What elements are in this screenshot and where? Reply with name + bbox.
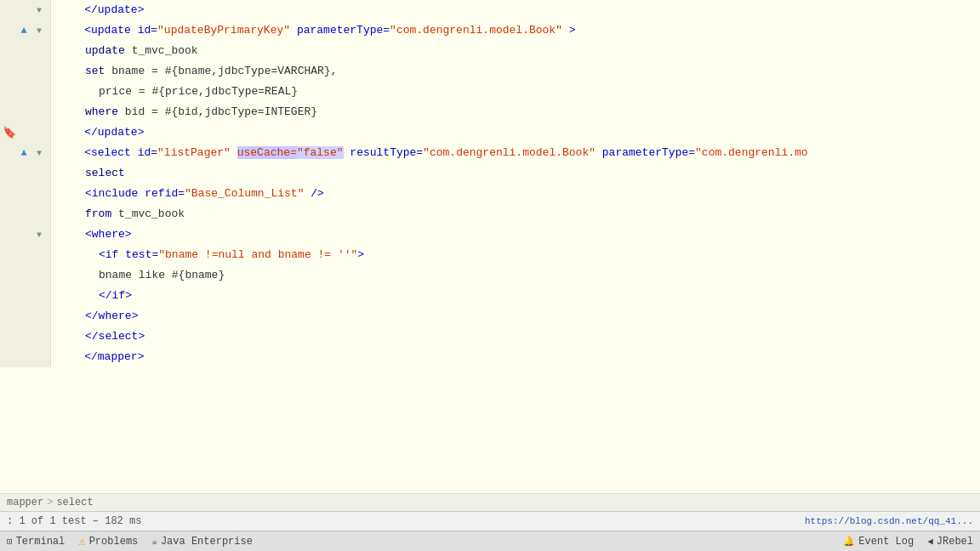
code-line: ▲▼ <select id="listPager" useCache="fals… (0, 143, 980, 163)
tab-jrebel[interactable]: ◀ JRebel (927, 536, 973, 548)
line-content: </update> (51, 122, 980, 143)
collapse-up-arrow[interactable]: ▲ (17, 146, 31, 160)
line-content: <include refid="Base_Column_List" /> (51, 184, 980, 204)
collapse-up-arrow[interactable] (17, 105, 31, 119)
collapse-down-arrow[interactable] (32, 167, 46, 180)
bookmark-icon: 🔖 (3, 126, 16, 139)
collapse-down-arrow[interactable] (32, 248, 46, 262)
line-gutter (0, 61, 51, 82)
collapse-down-arrow[interactable] (32, 44, 46, 58)
code-editor: ▼ </update>▲▼ <update id="updateByPrimar… (0, 0, 980, 493)
breakpoint-area: 🔖 (3, 126, 15, 139)
line-content: bname like #{bname} (51, 265, 980, 286)
collapse-down-arrow[interactable] (32, 105, 46, 119)
collapse-down-arrow[interactable] (32, 330, 46, 344)
collapse-up-arrow[interactable] (17, 85, 31, 99)
collapse-down-arrow[interactable]: ▼ (32, 3, 46, 17)
bottom-tabs-bar: ⊡ Terminal ⚠ Problems ☕ Java Enterprise … (0, 531, 980, 551)
code-line: <include refid="Base_Column_List" /> (0, 184, 980, 204)
line-gutter: ▼ (0, 224, 51, 245)
collapse-up-arrow[interactable] (17, 3, 31, 17)
collapse-down-arrow[interactable] (32, 269, 46, 282)
collapse-down-arrow[interactable] (32, 289, 46, 303)
jrebel-label: JRebel (937, 536, 973, 548)
collapse-down-arrow[interactable]: ▼ (32, 24, 46, 37)
collapse-down-arrow[interactable] (32, 310, 46, 323)
breadcrumb-mapper: mapper (7, 497, 43, 508)
collapse-up-arrow[interactable] (17, 65, 31, 78)
problems-label: Problems (89, 536, 139, 548)
breadcrumb-select: select (56, 497, 93, 508)
line-gutter: 🔖 (0, 122, 51, 143)
line-content: </if> (51, 286, 980, 306)
line-gutter (0, 184, 51, 204)
code-lines: ▼ </update>▲▼ <update id="updateByPrimar… (0, 0, 980, 493)
code-line: ▲▼ <update id="updateByPrimaryKey" param… (0, 20, 980, 41)
collapse-down-arrow[interactable] (32, 85, 46, 99)
tab-problems[interactable]: ⚠ Problems (78, 534, 138, 548)
tab-java-enterprise[interactable]: ☕ Java Enterprise (151, 536, 253, 548)
collapse-up-arrow[interactable] (17, 330, 31, 344)
collapse-down-arrow[interactable] (32, 65, 46, 78)
line-gutter: ▲▼ (0, 20, 51, 41)
tab-event-log[interactable]: 🔔 Event Log (843, 536, 914, 548)
line-gutter: ▲▼ (0, 143, 51, 163)
line-gutter (0, 41, 51, 61)
line-gutter (0, 82, 51, 102)
down-arrow-icon: ▼ (37, 6, 42, 15)
code-line: ▼ </update> (0, 0, 980, 20)
line-content: update t_mvc_book (51, 41, 980, 61)
code-line: ▼<where> (0, 224, 980, 245)
down-arrow-icon: ▼ (37, 230, 42, 240)
line-gutter (0, 204, 51, 224)
code-line: from t_mvc_book (0, 204, 980, 224)
collapse-up-arrow[interactable]: ▲ (17, 24, 31, 37)
code-line: </if> (0, 286, 980, 306)
collapse-down-arrow[interactable] (32, 187, 46, 201)
bottom-right: https://blog.csdn.net/qq_41... (805, 516, 973, 526)
collapse-up-arrow[interactable] (17, 126, 31, 139)
collapse-up-arrow[interactable] (17, 350, 31, 364)
line-content: set bname = #{bname,jdbcType=VARCHAR}, (51, 61, 980, 82)
collapse-down-arrow[interactable]: ▼ (32, 146, 46, 160)
collapse-down-arrow[interactable]: ▼ (32, 228, 46, 241)
event-log-label: Event Log (858, 536, 914, 548)
collapse-up-arrow[interactable] (17, 44, 31, 58)
collapse-down-arrow[interactable] (32, 350, 46, 364)
code-line: set bname = #{bname,jdbcType=VARCHAR}, (0, 61, 980, 82)
line-gutter (0, 347, 51, 367)
line-gutter (0, 286, 51, 306)
code-line: bname like #{bname} (0, 265, 980, 286)
collapse-up-arrow[interactable] (17, 289, 31, 303)
terminal-label: Terminal (16, 536, 66, 548)
line-content: <if test="bname !=null and bname != ''"> (51, 245, 980, 265)
collapse-up-arrow[interactable] (17, 207, 31, 221)
collapse-up-arrow[interactable] (17, 248, 31, 262)
code-line: select (0, 163, 980, 184)
breadcrumb-sep1: > (47, 497, 53, 508)
java-enterprise-icon: ☕ (151, 536, 157, 547)
url-display: https://blog.csdn.net/qq_41... (805, 516, 973, 526)
collapse-up-arrow[interactable] (17, 310, 31, 323)
up-arrow-icon: ▲ (20, 25, 26, 37)
line-content: <select id="listPager" useCache="false" … (51, 143, 980, 163)
line-content: </where> (51, 306, 980, 327)
collapse-down-arrow[interactable] (32, 207, 46, 221)
up-arrow-icon: ▲ (20, 147, 26, 159)
java-enterprise-label: Java Enterprise (161, 536, 253, 548)
tab-terminal[interactable]: ⊡ Terminal (7, 536, 65, 548)
collapse-up-arrow[interactable] (17, 269, 31, 282)
line-content: where bid = #{bid,jdbcType=INTEGER} (51, 102, 980, 122)
test-result: : 1 of 1 test – 182 ms (7, 515, 141, 527)
jrebel-icon: ◀ (927, 536, 933, 547)
line-gutter (0, 102, 51, 122)
collapse-up-arrow[interactable] (17, 167, 31, 180)
code-line: </mapper> (0, 347, 980, 367)
line-content: select (51, 163, 980, 184)
line-content: </update> (51, 0, 980, 20)
breadcrumb: mapper > select (0, 493, 980, 511)
collapse-up-arrow[interactable] (17, 228, 31, 241)
collapse-up-arrow[interactable] (17, 187, 31, 201)
line-content: </mapper> (51, 347, 980, 367)
collapse-down-arrow[interactable] (32, 126, 46, 139)
